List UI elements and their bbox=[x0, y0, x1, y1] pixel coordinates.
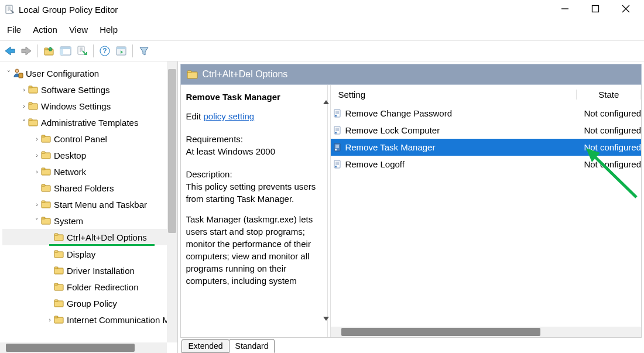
tree-item[interactable]: Ctrl+Alt+Del Options bbox=[2, 229, 177, 245]
svg-rect-39 bbox=[54, 251, 58, 252]
pane-tabs: Extended Standard bbox=[178, 338, 644, 353]
svg-rect-23 bbox=[29, 119, 32, 121]
minimize-button[interactable] bbox=[556, 5, 574, 15]
twisty-icon[interactable]: › bbox=[33, 201, 41, 208]
window-controls bbox=[556, 5, 639, 15]
settings-panel: Setting State Remove Change PasswordNot … bbox=[331, 85, 641, 337]
svg-rect-64 bbox=[335, 149, 337, 150]
twisty-icon[interactable]: › bbox=[20, 86, 28, 93]
twisty-icon[interactable]: › bbox=[33, 135, 41, 142]
svg-rect-14 bbox=[117, 47, 126, 49]
tree-root[interactable]: ˅ User Configuration bbox=[2, 65, 177, 81]
svg-rect-49 bbox=[187, 71, 191, 73]
tree-label: Control Panel bbox=[54, 134, 107, 144]
svg-rect-9 bbox=[60, 49, 63, 55]
twisty-icon[interactable]: › bbox=[20, 102, 28, 109]
tab-standard[interactable]: Standard bbox=[229, 339, 275, 353]
svg-rect-43 bbox=[54, 283, 58, 285]
setting-label: Remove Task Manager bbox=[345, 142, 435, 152]
tree-item[interactable]: ›Windows Settings bbox=[2, 98, 177, 114]
tree-label: User Configuration bbox=[26, 68, 99, 78]
tree-label: Network bbox=[54, 167, 86, 177]
tree-item[interactable]: ›Control Panel bbox=[2, 131, 177, 147]
twisty-icon[interactable]: ˅ bbox=[33, 217, 41, 225]
window-title: Local Group Policy Editor bbox=[19, 5, 118, 15]
column-setting[interactable]: Setting bbox=[331, 90, 577, 100]
policy-icon bbox=[333, 126, 342, 135]
nav-back-button[interactable] bbox=[2, 43, 18, 59]
twisty-icon[interactable]: › bbox=[46, 316, 54, 323]
tree-label: Display bbox=[67, 249, 95, 259]
filter-button[interactable] bbox=[136, 43, 152, 59]
settings-horizontal-scrollbar[interactable] bbox=[331, 327, 641, 337]
tree-label: Ctrl+Alt+Del Options bbox=[67, 232, 147, 242]
tree-label: System bbox=[54, 216, 83, 226]
settings-list: Remove Change PasswordNot configuredRemo… bbox=[331, 105, 641, 327]
tree-item[interactable]: ˅Administrative Templates bbox=[2, 114, 177, 131]
nav-forward-button[interactable] bbox=[19, 43, 34, 59]
setting-state: Not configured bbox=[577, 125, 641, 135]
up-one-level-button[interactable] bbox=[42, 43, 57, 59]
help-button[interactable]: ? bbox=[97, 43, 112, 59]
tree-item[interactable]: Shared Folders bbox=[2, 180, 177, 196]
setting-row[interactable]: Remove Task ManagerNot configured bbox=[331, 139, 641, 156]
maximize-button[interactable] bbox=[587, 5, 604, 15]
setting-row[interactable]: Remove LogoffNot configured bbox=[331, 156, 641, 173]
tree-label: Shared Folders bbox=[54, 183, 114, 193]
tree-item[interactable]: ›Network bbox=[2, 163, 177, 180]
toolbar: ? bbox=[0, 40, 644, 61]
requirements-text: At least Windows 2000 bbox=[186, 145, 321, 157]
description-text-1: This policy setting prevents users from … bbox=[186, 180, 321, 205]
twisty-icon[interactable]: ˅ bbox=[5, 70, 13, 77]
tree-item[interactable]: Display bbox=[2, 246, 177, 262]
tree-item[interactable]: Folder Redirection bbox=[2, 279, 177, 295]
folder-icon bbox=[41, 183, 52, 193]
properties-button[interactable] bbox=[114, 43, 129, 59]
folder-icon bbox=[28, 84, 39, 95]
setting-row[interactable]: Remove Change PasswordNot configured bbox=[331, 105, 641, 122]
setting-row[interactable]: Remove Lock ComputerNot configured bbox=[331, 122, 641, 139]
export-list-button[interactable] bbox=[74, 43, 90, 59]
folder-icon bbox=[41, 133, 52, 144]
folder-icon bbox=[41, 199, 52, 210]
folder-icon bbox=[54, 249, 64, 259]
scroll-down-icon[interactable] bbox=[323, 315, 330, 322]
menu-action[interactable]: Action bbox=[28, 23, 62, 36]
svg-rect-31 bbox=[42, 184, 45, 186]
tree-item[interactable]: Driver Installation bbox=[2, 262, 177, 279]
setting-label: Remove Lock Computer bbox=[345, 125, 440, 135]
svg-rect-17 bbox=[19, 73, 23, 78]
folder-icon bbox=[54, 298, 64, 309]
tab-extended[interactable]: Extended bbox=[181, 339, 229, 353]
folder-icon bbox=[41, 215, 52, 226]
column-state[interactable]: State bbox=[577, 90, 641, 100]
menu-view[interactable]: View bbox=[64, 23, 93, 36]
tree-item[interactable]: ›Internet Communication Ma bbox=[2, 311, 177, 328]
edit-policy-link[interactable]: policy setting bbox=[203, 111, 254, 121]
twisty-icon[interactable]: › bbox=[33, 152, 41, 159]
tree-item[interactable]: ˅System bbox=[2, 213, 177, 229]
toolbar-separator bbox=[37, 44, 38, 57]
svg-rect-33 bbox=[42, 201, 45, 203]
setting-state: Not configured bbox=[577, 159, 641, 169]
setting-label: Remove Change Password bbox=[345, 108, 452, 118]
tree-item[interactable]: ›Start Menu and Taskbar bbox=[2, 196, 177, 213]
close-button[interactable] bbox=[617, 5, 635, 15]
svg-rect-35 bbox=[42, 217, 45, 219]
scroll-up-icon[interactable] bbox=[323, 99, 330, 106]
twisty-icon[interactable]: › bbox=[33, 168, 41, 175]
tree-vertical-scrollbar[interactable] bbox=[167, 61, 177, 342]
tree-item[interactable]: Group Policy bbox=[2, 295, 177, 311]
menu-help[interactable]: Help bbox=[95, 23, 122, 36]
pane-header-title: Ctrl+Alt+Del Options bbox=[202, 69, 287, 80]
tree-item[interactable]: ›Software Settings bbox=[2, 81, 177, 98]
tree-item[interactable]: ›Desktop bbox=[2, 147, 177, 163]
tree-horizontal-scrollbar[interactable] bbox=[0, 342, 167, 353]
show-hide-tree-button[interactable] bbox=[58, 43, 73, 59]
description-text-2: Task Manager (taskmgr.exe) lets users st… bbox=[186, 213, 321, 287]
policy-icon bbox=[333, 109, 342, 118]
twisty-icon[interactable]: ˅ bbox=[20, 119, 28, 126]
menu-file[interactable]: File bbox=[2, 23, 26, 36]
toolbar-separator bbox=[93, 44, 94, 57]
svg-rect-21 bbox=[29, 102, 32, 104]
